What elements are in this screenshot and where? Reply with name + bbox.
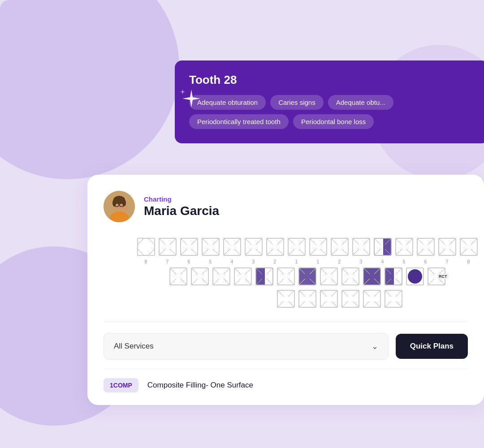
svg-point-156 [408,269,422,284]
num-1l: 1 [286,259,307,264]
tooth-upper-left-1[interactable] [286,237,307,257]
num-4r: 4 [372,259,393,264]
all-services-dropdown[interactable]: All Services ⌄ [104,333,389,360]
tooth-lower-right-3[interactable] [383,266,404,287]
tooth-bottom-9[interactable] [362,289,382,309]
tooth-upper-right-3[interactable] [351,237,372,257]
tooth-lower-left-4[interactable] [254,266,275,287]
num-6l: 6 [179,259,199,264]
num-8l: 8 [136,259,156,264]
service-row: 1COMP Composite Filling- One Surface [104,378,468,392]
sparkle-icon [179,87,204,114]
patient-info: Charting Maria Garcia [144,195,219,218]
num-5r: 5 [394,259,415,264]
tooth-bottom-5[interactable] [276,289,296,309]
num-2l: 2 [265,259,285,264]
tooth-upper-right-7[interactable] [437,237,458,257]
tooth-bottom-6[interactable] [297,289,318,309]
tooth-lower-left-2[interactable] [297,266,318,287]
main-card: Charting Maria Garcia [87,175,484,405]
tooth-lower-right-1[interactable] [340,266,361,287]
quick-plans-button[interactable]: Quick Plans [396,334,468,359]
num-3r: 3 [351,259,372,264]
controls-row: All Services ⌄ Quick Plans [104,333,468,360]
tooth-upper-right-5[interactable] [394,237,415,257]
num-6r: 6 [415,259,436,264]
divider [104,369,468,369]
tooth-lower-left-1[interactable] [319,266,339,287]
teeth-section: 8 7 6 5 4 3 2 1 1 2 3 4 5 6 7 8 [104,237,468,309]
tooth-upper-right-4[interactable] [372,237,393,257]
tooth-upper-left-5[interactable] [200,237,221,257]
tooth-lower-left-5[interactable] [233,266,253,287]
tag-5: Periodontal bone loss [293,114,374,129]
num-4l: 4 [222,259,242,264]
tooltip-tags: Adequate obturation Caries signs Adequat… [189,95,474,129]
num-5l: 5 [200,259,221,264]
svg-point-9 [123,206,129,210]
tooth-upper-right-6[interactable] [415,237,436,257]
tooth-lower-left-7[interactable] [190,266,210,287]
tooth-bottom-8[interactable] [340,289,361,309]
num-7l: 7 [157,259,178,264]
num-7r: 7 [437,259,458,264]
avatar [104,191,135,222]
svg-marker-66 [383,238,391,255]
service-code-badge: 1COMP [104,378,138,392]
tooth-lower-left-3[interactable] [276,266,296,287]
svg-marker-149 [385,268,394,285]
num-8r: 8 [458,259,479,264]
lower-row: RCT [125,266,447,287]
tooth-upper-left-3[interactable] [243,237,264,257]
tooth-upper-left-7[interactable] [157,237,178,257]
num-1r: 1 [308,259,328,264]
tooth-upper-left-6[interactable] [179,237,199,257]
tooth-bottom-10[interactable] [383,289,404,309]
tooltip-card: Tooth 28 Adequate obturation Caries sign… [175,60,484,143]
upper-top-row [93,237,479,257]
lower-bottom-row [168,289,404,309]
bottom-section: All Services ⌄ Quick Plans 1COMP Composi… [104,322,468,392]
tooth-upper-right-1[interactable] [308,237,328,257]
tooth-lower-right-5-rct[interactable]: RCT [426,266,447,287]
tag-4: Periodontically treated tooth [189,114,289,129]
section-label: Charting [144,195,219,203]
tooth-lower-right-4[interactable] [405,266,425,287]
tag-2: Caries signs [270,95,324,110]
rct-label: RCT [437,274,449,279]
tooth-lower-left-6[interactable] [211,266,232,287]
tooth-lower-left-8[interactable] [168,266,189,287]
tooth-upper-right-2[interactable] [329,237,350,257]
tooth-upper-right-8[interactable] [458,237,479,257]
card-header: Charting Maria Garcia [104,191,468,222]
tooth-upper-left-4[interactable] [222,237,242,257]
tooth-upper-left-8[interactable] [136,237,156,257]
tooth-bottom-7[interactable] [319,289,339,309]
tag-3: Adequate obtu... [328,95,393,110]
tooth-upper-left-2[interactable] [265,237,285,257]
num-2r: 2 [329,259,350,264]
upper-numbers: 8 7 6 5 4 3 2 1 1 2 3 4 5 6 7 8 [93,259,479,264]
tooth-lower-right-2[interactable] [362,266,382,287]
service-name: Composite Filling- One Surface [147,381,253,390]
chevron-down-icon: ⌄ [372,341,378,351]
bg-blob-1 [0,0,179,179]
services-label: All Services [114,342,154,351]
tooth-title: Tooth 28 [189,73,474,87]
num-3l: 3 [243,259,264,264]
patient-name: Maria Garcia [144,204,219,218]
dental-chart: 8 7 6 5 4 3 2 1 1 2 3 4 5 6 7 8 [104,237,468,309]
svg-marker-113 [256,268,265,285]
